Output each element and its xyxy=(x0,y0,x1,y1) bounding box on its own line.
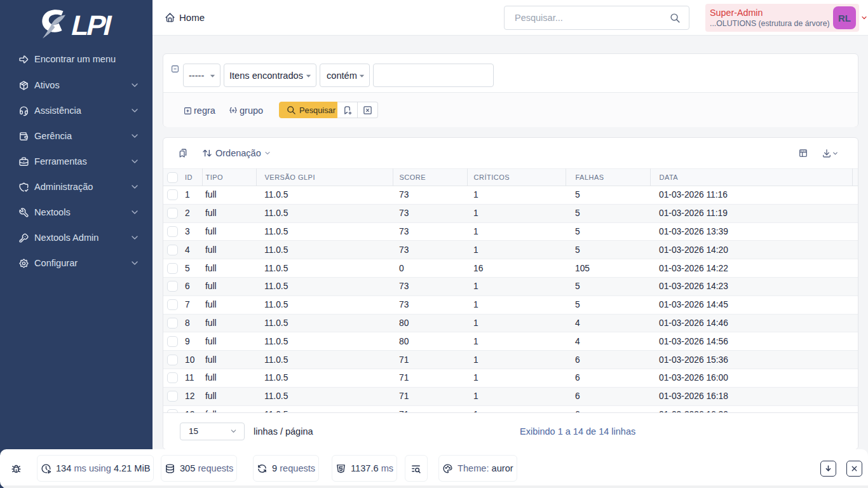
svg-text:LPI: LPI xyxy=(69,10,114,41)
